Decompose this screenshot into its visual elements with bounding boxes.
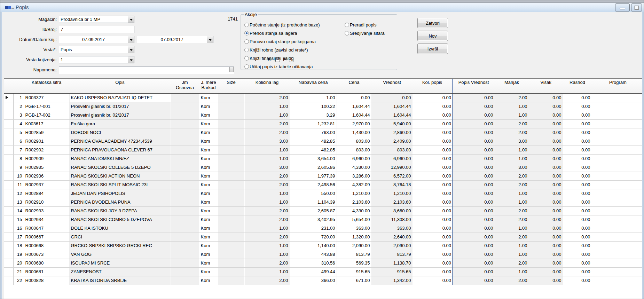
cell-kolicina-lag[interactable]: 1.00 bbox=[244, 111, 290, 119]
cell-size[interactable] bbox=[218, 172, 244, 180]
cell-cena[interactable]: 813.79 bbox=[337, 250, 371, 259]
cell-rownum[interactable]: 3 bbox=[13, 111, 24, 119]
cell-cena[interactable]: 2,103.60 bbox=[337, 198, 371, 206]
cell-rashod[interactable]: 0.00 bbox=[563, 128, 592, 137]
cell-size[interactable] bbox=[218, 119, 244, 128]
cell-program[interactable] bbox=[592, 154, 644, 163]
cell-kol-popis[interactable]: 0.00 bbox=[413, 276, 452, 285]
cell-program[interactable] bbox=[592, 189, 644, 198]
cell-rashod[interactable]: 0.00 bbox=[563, 137, 592, 145]
cell-rashod[interactable]: 0.00 bbox=[563, 145, 592, 154]
cell-kolicina-lag[interactable]: 1.00 bbox=[244, 267, 290, 276]
cell-vrednost[interactable]: 2,103.60 bbox=[371, 198, 413, 206]
datum-combobox[interactable]: 07.09.2017 bbox=[59, 36, 134, 43]
cell-cena[interactable]: 4,382.09 bbox=[337, 180, 371, 189]
cell-size[interactable] bbox=[218, 233, 244, 241]
cell-opis[interactable]: Prosvetni glasnik br. 02/2017 bbox=[69, 111, 171, 119]
cell-nabavna-cena[interactable]: 443.88 bbox=[290, 250, 337, 259]
magacin-dropdown-arrow-icon[interactable] bbox=[128, 16, 134, 23]
cell-jm-osnovna[interactable] bbox=[171, 206, 199, 215]
cell-manjak[interactable]: 3.00 bbox=[495, 163, 529, 172]
cell-sifra[interactable]: R002936 bbox=[24, 172, 69, 180]
cell-manjak[interactable]: 1.00 bbox=[495, 102, 529, 111]
cell-visak[interactable]: 0.00 bbox=[529, 119, 563, 128]
cell-vrednost[interactable]: 1,342.00 bbox=[371, 276, 413, 285]
cell-popis-vrednost[interactable]: 0.00 bbox=[452, 233, 495, 241]
cell-nabavna-cena[interactable]: 2,605.86 bbox=[290, 163, 337, 172]
cell-opis[interactable]: RANAC SKOLSKI ACTION NEON bbox=[69, 172, 171, 180]
cell-jm-osnovna[interactable] bbox=[171, 233, 199, 241]
cell-program[interactable] bbox=[592, 128, 644, 137]
cell-selector[interactable] bbox=[4, 206, 13, 215]
col-header-selector[interactable] bbox=[4, 79, 13, 93]
cell-kolicina-lag[interactable]: 1.00 bbox=[244, 224, 290, 233]
cell-nabavna-cena[interactable]: 1,104.39 bbox=[290, 198, 337, 206]
cell-opis[interactable]: GRCI bbox=[69, 233, 171, 241]
cell-rownum[interactable]: 13 bbox=[13, 198, 24, 206]
cell-visak[interactable]: 0.00 bbox=[529, 172, 563, 180]
cell-kolicina-lag[interactable]: 2.00 bbox=[244, 180, 290, 189]
cell-program[interactable] bbox=[592, 119, 644, 128]
cell-visak[interactable]: 0.00 bbox=[529, 145, 563, 154]
col-header-jm-osnovna[interactable]: Jm Osnovna bbox=[171, 79, 199, 93]
col-header-j-mere[interactable]: J. mere Barkod bbox=[199, 79, 218, 93]
cell-rownum[interactable]: 12 bbox=[13, 189, 24, 198]
cell-manjak[interactable]: 1.00 bbox=[495, 241, 529, 250]
cell-rownum[interactable]: 10 bbox=[13, 172, 24, 180]
cell-cena[interactable]: 671.00 bbox=[337, 276, 371, 285]
cell-vrednost[interactable]: 6,572.00 bbox=[371, 172, 413, 180]
cell-selector[interactable] bbox=[4, 93, 13, 102]
cell-nabavna-cena[interactable]: 482.85 bbox=[290, 137, 337, 145]
cell-nabavna-cena[interactable]: 499.44 bbox=[290, 267, 337, 276]
cell-rashod[interactable]: 0.00 bbox=[563, 206, 592, 215]
cell-rownum[interactable]: 5 bbox=[13, 128, 24, 137]
cell-popis-vrednost[interactable]: 0.00 bbox=[452, 267, 495, 276]
cell-size[interactable] bbox=[218, 154, 244, 163]
cell-manjak[interactable]: 2.00 bbox=[495, 180, 529, 189]
akcije-c1-radio-5[interactable]: Učitaj popis iz tabele očitavanja bbox=[244, 64, 313, 70]
cell-manjak[interactable]: 1.00 bbox=[495, 111, 529, 119]
cell-kol-popis[interactable]: 0.00 bbox=[413, 111, 452, 119]
cell-manjak[interactable]: 2.00 bbox=[495, 119, 529, 128]
cell-size[interactable] bbox=[218, 93, 244, 102]
cell-rownum[interactable]: 22 bbox=[13, 276, 24, 285]
cell-selector[interactable] bbox=[4, 276, 13, 285]
vrsta-knjizenja-dropdown-arrow-icon[interactable] bbox=[128, 56, 134, 63]
cell-jm-osnovna[interactable] bbox=[171, 163, 199, 172]
cell-rashod[interactable]: 0.00 bbox=[563, 180, 592, 189]
cell-popis-vrednost[interactable]: 0.00 bbox=[452, 102, 495, 111]
cell-kolicina-lag[interactable]: 2.00 bbox=[244, 119, 290, 128]
cell-kol-popis[interactable]: 0.00 bbox=[413, 198, 452, 206]
cell-jm-osnovna[interactable] bbox=[171, 259, 199, 267]
cell-rashod[interactable]: 0.00 bbox=[563, 102, 592, 111]
cell-kol-popis[interactable]: 0.00 bbox=[413, 154, 452, 163]
cell-size[interactable] bbox=[218, 241, 244, 250]
cell-program[interactable] bbox=[592, 102, 644, 111]
cell-popis-vrednost[interactable]: 0.00 bbox=[452, 111, 495, 119]
cell-popis-vrednost[interactable]: 0.00 bbox=[452, 224, 495, 233]
cell-program[interactable] bbox=[592, 276, 644, 285]
cell-kolicina-lag[interactable]: 3.00 bbox=[244, 137, 290, 145]
cell-visak[interactable]: 0.00 bbox=[529, 267, 563, 276]
cell-opis[interactable]: RANAC SKOLSKI JOY 3 DZEPA bbox=[69, 206, 171, 215]
cell-cena[interactable]: 363.00 bbox=[337, 224, 371, 233]
napomena-scroll-button[interactable] bbox=[229, 67, 234, 72]
cell-size[interactable] bbox=[218, 224, 244, 233]
cell-visak[interactable]: 0.00 bbox=[529, 206, 563, 215]
cell-size[interactable] bbox=[218, 189, 244, 198]
akcije-c1-radio-0[interactable]: Početno stanje (iz prethodne baze) bbox=[244, 22, 320, 28]
nov-button[interactable]: Nov bbox=[417, 31, 448, 41]
cell-jm-osnovna[interactable] bbox=[171, 119, 199, 128]
cell-opis[interactable]: PERNICA PRAVOUGAONA CLEVER 67 bbox=[69, 145, 171, 154]
cell-nabavna-cena[interactable]: 2,498.56 bbox=[290, 180, 337, 189]
cell-sifra[interactable]: R002902 bbox=[24, 145, 69, 154]
cell-selector[interactable] bbox=[4, 241, 13, 250]
cell-manjak[interactable]: 2.00 bbox=[495, 93, 529, 102]
cell-sifra[interactable]: R000668 bbox=[24, 241, 69, 250]
cell-opis[interactable]: GRCKO-SRPSKI SRPSKO GRCKI REC bbox=[69, 241, 171, 250]
cell-visak[interactable]: 0.00 bbox=[529, 180, 563, 189]
col-header-kol-popis[interactable]: Kol. popis bbox=[413, 79, 452, 93]
cell-rashod[interactable]: 0.00 bbox=[563, 215, 592, 224]
cell-j-mere[interactable]: Kom bbox=[199, 111, 218, 119]
cell-jm-osnovna[interactable] bbox=[171, 128, 199, 137]
